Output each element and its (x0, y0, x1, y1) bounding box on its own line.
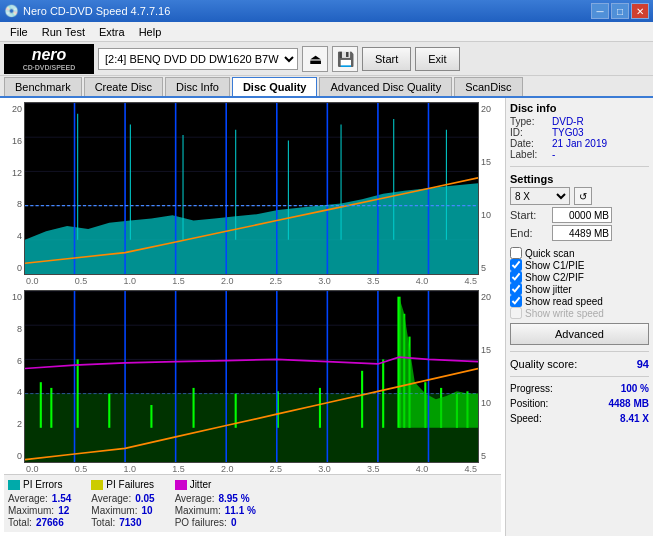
write-speed-row: Show write speed (510, 307, 649, 319)
end-label: End: (510, 227, 548, 239)
menu-extra[interactable]: Extra (93, 25, 131, 39)
pif-avg-val: 0.05 (135, 493, 154, 504)
disc-date-val: 21 Jan 2019 (552, 138, 607, 149)
jitter-avg-key: Average: (175, 493, 215, 504)
disc-type-key: Type: (510, 116, 548, 127)
progress-row: Progress: 100 % (510, 383, 649, 394)
jitter-max-key: Maximum: (175, 505, 221, 516)
start-mb-row: Start: (510, 207, 649, 223)
chart1 (24, 102, 479, 275)
jitter-check[interactable] (510, 283, 522, 295)
chart-area: 201612840 (0, 98, 505, 536)
speed-selector[interactable]: 8 X (510, 187, 570, 205)
quality-score-val: 94 (637, 358, 649, 370)
pif-legend-label: PI Failures (106, 479, 154, 490)
jitter-avg-val: 8.95 % (218, 493, 249, 504)
chart2-svg (25, 291, 478, 462)
app-icon: 💿 (4, 4, 19, 18)
pie-max-key: Maximum: (8, 505, 54, 516)
c1pie-row: Show C1/PIE (510, 259, 649, 271)
quality-score-label: Quality score: (510, 358, 577, 370)
eject-icon[interactable]: ⏏ (302, 46, 328, 72)
chart2 (24, 290, 479, 463)
quick-scan-label: Quick scan (525, 248, 574, 259)
jitter-max-val: 11.1 % (225, 505, 256, 516)
pie-legend-box (8, 480, 20, 490)
pie-total-val: 27666 (36, 517, 64, 528)
pif-total-key: Total: (91, 517, 115, 528)
refresh-button[interactable]: ↺ (574, 187, 592, 205)
chart1-x-axis: 0.00.51.01.52.02.53.03.54.04.5 (4, 276, 501, 286)
pif-avg-key: Average: (91, 493, 131, 504)
maximize-button[interactable]: □ (611, 3, 629, 19)
stats-area: PI Errors Average: 1.54 Maximum: 12 Tota… (4, 474, 501, 532)
tab-advanced-disc-quality[interactable]: Advanced Disc Quality (319, 77, 452, 96)
start-button[interactable]: Start (362, 47, 411, 71)
write-speed-check[interactable] (510, 307, 522, 319)
pie-avg-val: 1.54 (52, 493, 71, 504)
titlebar-controls: ─ □ ✕ (591, 3, 649, 19)
checkboxes-section: Quick scan Show C1/PIE Show C2/PIF Show … (510, 247, 649, 319)
menu-file[interactable]: File (4, 25, 34, 39)
jitter-stats: Jitter Average: 8.95 % Maximum: 11.1 % P… (175, 479, 256, 528)
disc-id-key: ID: (510, 127, 548, 138)
nero-logo: nero (32, 46, 67, 64)
advanced-button[interactable]: Advanced (510, 323, 649, 345)
menubar: File Run Test Extra Help (0, 22, 653, 42)
tab-create-disc[interactable]: Create Disc (84, 77, 163, 96)
chart1-y-right: 2015105 (479, 102, 501, 275)
save-icon[interactable]: 💾 (332, 46, 358, 72)
quick-scan-check[interactable] (510, 247, 522, 259)
c2pif-check[interactable] (510, 271, 522, 283)
c2pif-row: Show C2/PIF (510, 271, 649, 283)
progress-val: 100 % (621, 383, 649, 394)
read-speed-row: Show read speed (510, 295, 649, 307)
titlebar-left: 💿 Nero CD-DVD Speed 4.7.7.16 (4, 4, 170, 18)
tabs: Benchmark Create Disc Disc Info Disc Qua… (0, 76, 653, 98)
read-speed-check[interactable] (510, 295, 522, 307)
disc-label-row: Label: - (510, 149, 649, 160)
tab-disc-info[interactable]: Disc Info (165, 77, 230, 96)
disc-date-row: Date: 21 Jan 2019 (510, 138, 649, 149)
position-val: 4488 MB (608, 398, 649, 409)
chart2-y-right: 2015105 (479, 290, 501, 463)
end-input[interactable] (552, 225, 612, 241)
tab-benchmark[interactable]: Benchmark (4, 77, 82, 96)
write-speed-label: Show write speed (525, 308, 604, 319)
main-content: 201612840 (0, 98, 653, 536)
c1pie-check[interactable] (510, 259, 522, 271)
chart1-y-left: 201612840 (4, 102, 24, 275)
close-button[interactable]: ✕ (631, 3, 649, 19)
jitter-check-row: Show jitter (510, 283, 649, 295)
position-label: Position: (510, 398, 548, 409)
tab-disc-quality[interactable]: Disc Quality (232, 77, 318, 96)
minimize-button[interactable]: ─ (591, 3, 609, 19)
pif-max-val: 10 (141, 505, 152, 516)
menu-run-test[interactable]: Run Test (36, 25, 91, 39)
speed-label: Speed: (510, 413, 542, 424)
disc-label-val: - (552, 149, 555, 160)
pif-max-key: Maximum: (91, 505, 137, 516)
drive-selector[interactable]: [2:4] BENQ DVD DD DW1620 B7W9 (98, 48, 298, 70)
disc-info-title: Disc info (510, 102, 649, 114)
end-mb-row: End: (510, 225, 649, 241)
disc-label-key: Label: (510, 149, 548, 160)
po-val: 0 (231, 517, 237, 528)
quality-score-row: Quality score: 94 (510, 358, 649, 370)
c2pif-label: Show C2/PIF (525, 272, 584, 283)
position-row: Position: 4488 MB (510, 398, 649, 409)
chart2-y-left: 1086420 (4, 290, 24, 463)
pie-avg-key: Average: (8, 493, 48, 504)
exit-button[interactable]: Exit (415, 47, 459, 71)
menu-help[interactable]: Help (133, 25, 168, 39)
pif-total-val: 7130 (119, 517, 141, 528)
disc-date-key: Date: (510, 138, 548, 149)
disc-type-row: Type: DVD-R (510, 116, 649, 127)
toolbar: nero CD·DVD/SPEED [2:4] BENQ DVD DD DW16… (0, 42, 653, 76)
chart1-svg (25, 103, 478, 274)
start-input[interactable] (552, 207, 612, 223)
divider1 (510, 166, 649, 167)
logo: nero CD·DVD/SPEED (4, 44, 94, 74)
disc-id-val: TYG03 (552, 127, 584, 138)
tab-scandisc[interactable]: ScanDisc (454, 77, 522, 96)
